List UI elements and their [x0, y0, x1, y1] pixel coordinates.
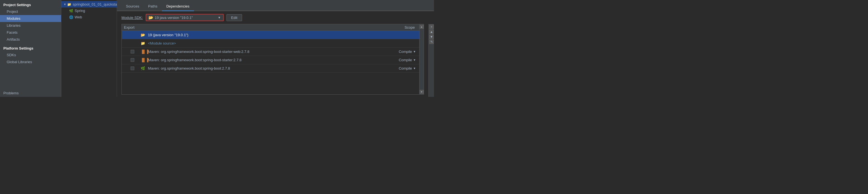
- tree-root-label: springboot_01_01_quickstart: [73, 2, 119, 6]
- sidebar-item-sdks[interactable]: SDKs: [0, 52, 61, 59]
- table-row[interactable]: ▐▌▐ Maven: org.springframework.boot:spri…: [122, 56, 419, 64]
- tree-item-spring[interactable]: 🌿 Spring: [61, 7, 117, 14]
- dep-scope-value-1: Compile: [399, 50, 412, 54]
- dependencies-section: Export Scope 📂 19 (java version "19.0.1"…: [117, 24, 434, 97]
- module-folder-icon: 📁: [67, 2, 71, 6]
- edit-dependency-button[interactable]: ✎: [429, 39, 434, 44]
- maven-icon-1: ▐▌▐: [141, 50, 146, 54]
- dep-name-module-source: <Module source>: [148, 41, 383, 45]
- dep-check-maven1[interactable]: [124, 50, 141, 54]
- web-icon: 🌐: [69, 15, 73, 19]
- edit-button[interactable]: Edit: [226, 14, 242, 21]
- spring-boot-icon: 🌿: [141, 66, 146, 70]
- project-settings-title: Project Settings: [0, 1, 61, 8]
- scroll-up-button[interactable]: ▲: [420, 25, 424, 29]
- sidebar-item-global-libraries[interactable]: Global Libraries: [0, 59, 61, 65]
- tree-expand-icon: ▼: [63, 3, 66, 6]
- table-row[interactable]: 📂 19 (java version "19.0.1"): [122, 31, 419, 39]
- sidebar-problems[interactable]: Problems: [0, 89, 61, 97]
- dep-name-maven1: Maven: org.springframework.boot:spring-b…: [148, 50, 383, 54]
- content-panel: Sources Paths Dependencies Module SDK: 📂…: [117, 0, 434, 97]
- scope-dropdown-arrow-2[interactable]: ▼: [413, 59, 416, 62]
- dep-check-maven2[interactable]: [124, 58, 141, 62]
- scroll-down-button[interactable]: ▼: [420, 90, 424, 94]
- project-settings-sidebar: Project Settings Project Modules Librari…: [0, 0, 61, 97]
- table-row[interactable]: ▐▌▐ Maven: org.springframework.boot:spri…: [122, 47, 419, 56]
- table-row[interactable]: 🌿 Maven: org.springframework.boot:spring…: [122, 64, 419, 73]
- tree-web-label: Web: [75, 15, 82, 19]
- tabs-bar: Sources Paths Dependencies: [117, 0, 434, 11]
- sidebar-item-project[interactable]: Project: [0, 8, 61, 15]
- dep-table: Export Scope 📂 19 (java version "19.0.1"…: [122, 24, 419, 94]
- col-name-header: [146, 25, 383, 30]
- dep-name-maven3: Maven: org.springframework.boot:spring-b…: [148, 66, 383, 70]
- module-sdk-label: Module SDK:: [121, 15, 143, 20]
- col-scope-header: Scope: [383, 25, 417, 30]
- dep-scope-maven1: Compile ▼: [383, 50, 417, 54]
- dep-table-body: 📂 19 (java version "19.0.1") 📁 <Module s…: [122, 31, 419, 94]
- sdk-dropdown-value: 19 java version "19.0.1": [155, 15, 216, 20]
- chevron-down-icon: ▼: [218, 16, 221, 19]
- scroll-down-action[interactable]: ▼: [429, 34, 434, 39]
- tree-root[interactable]: ▼ 📁 springboot_01_01_quickstart: [61, 1, 117, 7]
- tree-spring-label: Spring: [75, 9, 85, 13]
- tab-sources[interactable]: Sources: [121, 2, 144, 11]
- dep-name-maven2: Maven: org.springframework.boot:spring-b…: [148, 58, 383, 62]
- side-actions: + ▲ ▼ ✎: [428, 24, 434, 97]
- sdk-dropdown[interactable]: 📂 19 java version "19.0.1" ▼: [146, 14, 224, 21]
- module-tree: ▼ 📁 springboot_01_01_quickstart 🌿 Spring…: [61, 0, 117, 97]
- sidebar-item-libraries[interactable]: Libraries: [0, 22, 61, 29]
- tab-paths[interactable]: Paths: [144, 2, 162, 11]
- scope-dropdown-arrow-3[interactable]: ▼: [413, 67, 416, 70]
- table-row[interactable]: 📁 <Module source>: [122, 39, 419, 47]
- sidebar-item-modules[interactable]: Modules: [0, 15, 61, 22]
- dep-table-header: Export Scope: [122, 24, 419, 31]
- scrollbar-panel: ▲ ▼: [419, 24, 424, 94]
- sdk-folder-icon: 📂: [149, 15, 153, 20]
- platform-settings-title: Platform Settings: [0, 44, 61, 52]
- scope-dropdown-arrow-1[interactable]: ▼: [413, 50, 416, 53]
- spring-icon: 🌿: [69, 9, 73, 13]
- module-source-icon: 📁: [141, 41, 146, 45]
- maven-icon-2: ▐▌▐: [141, 58, 146, 62]
- dep-scope-maven2: Compile ▼: [383, 58, 417, 62]
- sidebar-item-facets[interactable]: Facets: [0, 29, 61, 36]
- scroll-up-action[interactable]: ▲: [429, 30, 434, 34]
- dep-scope-maven3: Compile ▼: [383, 66, 417, 70]
- dep-scope-value-2: Compile: [399, 58, 412, 62]
- add-dependency-button[interactable]: +: [429, 25, 434, 29]
- dep-table-container: Export Scope 📂 19 (java version "19.0.1"…: [121, 24, 424, 95]
- tab-dependencies[interactable]: Dependencies: [162, 2, 194, 11]
- sidebar-item-artifacts[interactable]: Artifacts: [0, 36, 61, 43]
- dep-check-maven3[interactable]: [124, 67, 141, 70]
- tree-item-web[interactable]: 🌐 Web: [61, 14, 117, 20]
- col-export-header: Export: [124, 25, 146, 30]
- dep-scope-value-3: Compile: [399, 66, 412, 70]
- sdk-entry-icon: 📂: [141, 33, 146, 37]
- module-sdk-row: Module SDK: 📂 19 java version "19.0.1" ▼…: [117, 11, 434, 24]
- dep-name-sdk: 19 (java version "19.0.1"): [148, 33, 383, 37]
